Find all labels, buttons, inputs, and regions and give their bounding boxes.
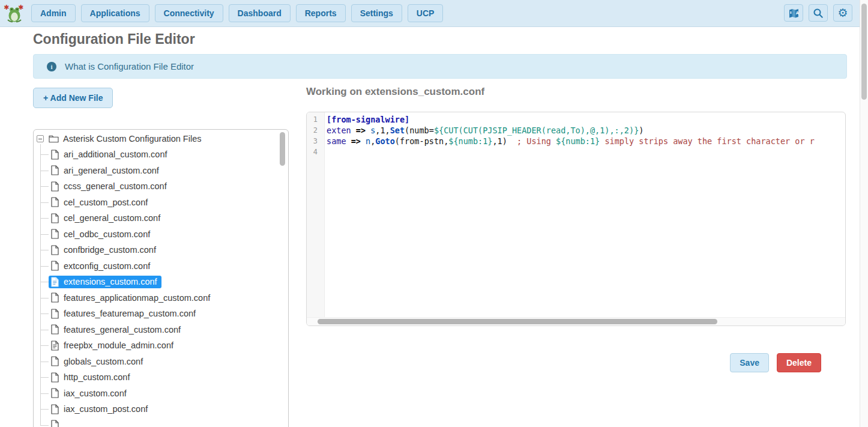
tree-node[interactable]: iax_custom_post.conf — [49, 403, 152, 416]
nav-tab-settings[interactable]: Settings — [351, 4, 402, 22]
tree-file-freepbx_module_admin.conf[interactable]: freepbx_module_admin.conf — [34, 338, 288, 354]
nav-tab-reports[interactable]: Reports — [296, 4, 346, 22]
code-editor[interactable]: 1[from-signalwire]2exten => s,1,Set(numb… — [306, 112, 846, 326]
tree-node[interactable] — [49, 419, 64, 427]
tree-file-features_applicationmap_custom.conf[interactable]: features_applicationmap_custom.conf — [34, 290, 288, 306]
tree-file-features_general_custom.conf[interactable]: features_general_custom.conf — [34, 322, 288, 338]
page-scrollbar-thumb[interactable] — [861, 4, 867, 100]
tree-root-label: Asterisk Custom Configuration Files — [63, 134, 201, 144]
file-tree-panel: Asterisk Custom Configuration Files ari_… — [33, 129, 289, 427]
editor-horizontal-scrollbar[interactable] — [307, 317, 845, 326]
tree-node[interactable]: extconfig_custom.conf — [49, 259, 154, 272]
file-icon — [50, 229, 59, 239]
tree-file-http_custom.conf[interactable]: http_custom.conf — [34, 369, 288, 386]
tree-node[interactable]: ari_additional_custom.conf — [49, 148, 172, 161]
delete-button[interactable]: Delete — [777, 353, 821, 372]
tree-file-confbridge_custom.conf[interactable]: confbridge_custom.conf — [34, 242, 288, 258]
code-line-text: exten => s,1,Set(numb=${CUT(CUT(PJSIP_HE… — [321, 126, 643, 135]
tree-node[interactable]: cel_custom_post.conf — [49, 196, 152, 208]
tree-node[interactable]: globals_custom.conf — [49, 355, 147, 368]
tree-file-cel_custom_post.conf[interactable]: cel_custom_post.conf — [34, 195, 288, 211]
language-button[interactable]: A — [784, 4, 803, 22]
nav-tab-ucp[interactable]: UCP — [408, 4, 444, 22]
tree-node[interactable]: cel_general_custom.conf — [49, 212, 164, 225]
freepbx-frog-logo[interactable]: ✱ ✱ — [4, 2, 25, 24]
file-tree-children: ari_additional_custom.conf ari_general_c… — [34, 147, 288, 427]
tree-node[interactable]: iax_custom.conf — [49, 387, 131, 399]
top-navbar: ✱ ✱ AdminApplicationsConnectivityDashboa… — [0, 0, 868, 27]
tree-node[interactable]: ccss_general_custom.conf — [49, 180, 171, 193]
tree-root-row[interactable]: Asterisk Custom Configuration Files — [34, 131, 288, 147]
tree-file-cel_general_custom.conf[interactable]: cel_general_custom.conf — [34, 210, 288, 226]
working-on-heading: Working on extensions_custom.conf — [306, 86, 484, 98]
code-line-text: [from-signalwire] — [321, 115, 409, 124]
tree-node[interactable]: features_featuremap_custom.conf — [49, 307, 200, 320]
tree-file-ccss_general_custom.conf[interactable]: ccss_general_custom.conf — [34, 178, 288, 195]
settings-button[interactable]: ⚙ — [833, 4, 852, 22]
action-buttons-row: Save Delete — [306, 353, 846, 372]
info-banner-text: What is Configuration File Editor — [65, 61, 194, 71]
nav-tab-dashboard[interactable]: Dashboard — [229, 4, 291, 22]
tree-file-extconfig_custom.conf[interactable]: extconfig_custom.conf — [34, 258, 288, 274]
file-name-label: extconfig_custom.conf — [64, 261, 150, 271]
tree-node[interactable]: freepbx_module_admin.conf — [49, 339, 178, 352]
tree-file-iax_custom_post.conf[interactable]: iax_custom_post.conf — [34, 401, 288, 417]
tree-node[interactable]: features_general_custom.conf — [49, 323, 185, 336]
line-number: 3 — [307, 137, 321, 145]
tree-file-globals_custom.conf[interactable]: globals_custom.conf — [34, 354, 288, 370]
tree-node[interactable]: extensions_custom.conf — [49, 276, 161, 288]
page-scrollbar[interactable] — [860, 0, 868, 427]
folder-icon — [49, 135, 59, 143]
tree-file-features_featuremap_custom.conf[interactable]: features_featuremap_custom.conf — [34, 306, 288, 322]
nav-right-icons: A ⚙ — [784, 4, 852, 22]
file-name-label: features_applicationmap_custom.conf — [64, 293, 210, 303]
file-icon — [50, 213, 59, 223]
save-button[interactable]: Save — [730, 353, 769, 372]
file-name-label: cel_odbc_custom.conf — [64, 229, 150, 239]
tree-node[interactable]: confbridge_custom.conf — [49, 244, 160, 256]
file-icon — [50, 165, 59, 175]
tree-file-cel_odbc_custom.conf[interactable]: cel_odbc_custom.conf — [34, 226, 288, 243]
file-icon — [50, 150, 59, 160]
tree-node[interactable]: http_custom.conf — [49, 371, 134, 384]
file-name-label: ccss_general_custom.conf — [64, 181, 167, 191]
file-icon — [50, 324, 59, 335]
line-number: 4 — [307, 148, 321, 156]
file-name-label: globals_custom.conf — [64, 357, 143, 366]
file-name-label: features_general_custom.conf — [64, 325, 181, 335]
code-line-text: same => n,Goto(from-pstn,${numb:1},1) ; … — [321, 136, 815, 146]
tree-file-extensions_custom.conf[interactable]: extensions_custom.conf — [34, 274, 288, 290]
tree-node[interactable]: ari_general_custom.conf — [49, 164, 163, 177]
file-tree: Asterisk Custom Configuration Files ari_… — [34, 130, 288, 427]
file-icon — [50, 197, 59, 207]
tree-file-iax_custom.conf[interactable]: iax_custom.conf — [34, 386, 288, 402]
code-area[interactable]: 1[from-signalwire]2exten => s,1,Set(numb… — [307, 114, 845, 317]
tree-scrollbar-thumb[interactable] — [280, 132, 285, 166]
file-icon — [50, 404, 59, 414]
file-name-label: extensions_custom.conf — [64, 277, 157, 286]
tree-file-ari_general_custom.conf[interactable]: ari_general_custom.conf — [34, 163, 288, 179]
search-button[interactable] — [809, 4, 828, 22]
tree-node[interactable]: features_applicationmap_custom.conf — [49, 291, 214, 304]
editor-hscrollbar-thumb[interactable] — [318, 319, 717, 324]
line-number: 1 — [307, 115, 321, 124]
file-name-label: ari_general_custom.conf — [64, 166, 159, 175]
nav-tab-connectivity[interactable]: Connectivity — [155, 4, 223, 22]
file-icon — [50, 261, 59, 271]
tree-file-partial[interactable] — [34, 417, 288, 427]
tree-node[interactable]: cel_odbc_custom.conf — [49, 228, 154, 240]
nav-tab-admin[interactable]: Admin — [31, 4, 76, 22]
info-banner[interactable]: i What is Configuration File Editor — [33, 54, 847, 79]
collapse-toggle-icon[interactable] — [37, 135, 44, 142]
file-icon — [50, 388, 59, 398]
line-number: 2 — [307, 126, 321, 135]
file-name-label: http_custom.conf — [64, 372, 130, 382]
file-icon — [50, 420, 59, 427]
add-new-file-button[interactable]: + Add New File — [33, 88, 113, 108]
tree-file-ari_additional_custom.conf[interactable]: ari_additional_custom.conf — [34, 147, 288, 163]
svg-text:A: A — [795, 10, 798, 14]
nav-tab-applications[interactable]: Applications — [81, 4, 149, 22]
file-icon — [50, 245, 59, 255]
info-icon: i — [47, 62, 56, 71]
page-title: Configuration File Editor — [33, 31, 195, 47]
